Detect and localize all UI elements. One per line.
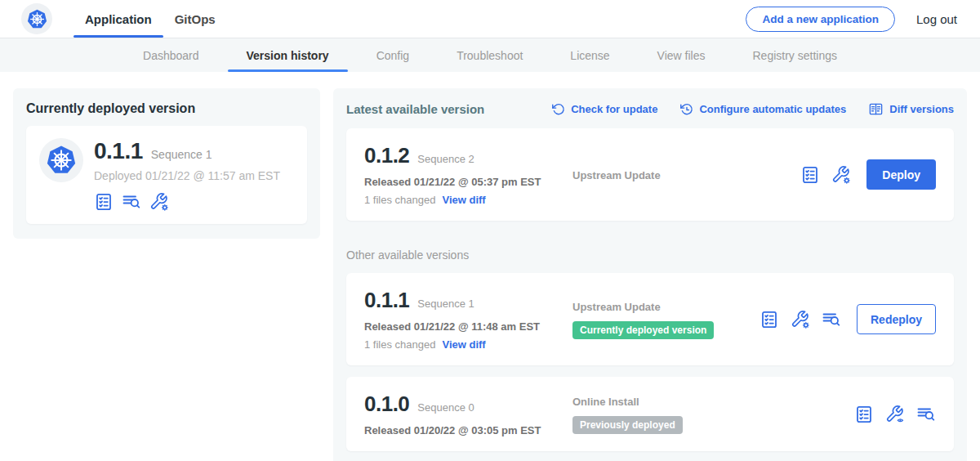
version-number: 0.1.1 [364,288,409,313]
deployment-status-badge: Previously deployed [572,416,683,434]
released-timestamp: Released 01/20/22 @ 03:05 pm EST [364,424,572,436]
config-icon[interactable] [831,165,851,185]
check-for-update-link[interactable]: Check for update [551,102,657,116]
redeploy-button[interactable]: Redeploy [857,304,936,334]
diff-versions-link[interactable]: Diff versions [868,101,954,117]
released-timestamp: Released 01/21/22 @ 11:48 am EST [364,320,572,333]
subnav-tab-version-history[interactable]: Version history [223,38,353,72]
currently-deployed-panel: Currently deployed version 0.1.1 Sequenc… [13,88,320,239]
config-icon[interactable] [149,192,169,212]
configure-automatic-updates-link[interactable]: Configure automatic updates [679,102,846,116]
kubernetes-logo-icon [45,144,78,177]
app-avatar [21,3,52,34]
app-logo [39,138,83,182]
version-number: 0.1.2 [364,143,409,168]
deployed-version-number: 0.1.1 [94,138,143,164]
diff-versions-label: Diff versions [889,103,954,115]
diff-icon [868,101,884,117]
version-card-0-1-2: 0.1.2 Sequence 2 Released 01/21/22 @ 05:… [346,128,954,221]
preflight-checks-icon[interactable] [760,310,779,329]
release-notes-icon[interactable] [916,405,936,424]
app-subnav: Dashboard Version history Config Trouble… [0,38,980,72]
tab-gitops[interactable]: GitOps [163,0,227,38]
subnav-tab-license[interactable]: License [546,38,633,72]
sequence-label: Sequence 2 [417,153,474,165]
other-versions-title: Other available versions [346,248,954,262]
view-diff-link[interactable]: View diff [442,194,485,206]
config-view-icon[interactable] [885,405,905,424]
source-label: Upstream Update [572,169,661,181]
view-diff-link[interactable]: View diff [442,338,485,351]
currently-deployed-title: Currently deployed version [26,101,307,116]
subnav-tab-config[interactable]: Config [353,38,433,72]
tab-application[interactable]: Application [74,0,163,38]
subnav-tab-troubleshoot[interactable]: Troubleshoot [433,38,546,72]
kubernetes-logo-icon [26,8,48,30]
subnav-tab-registry-settings[interactable]: Registry settings [729,38,861,72]
deployed-sequence-label: Sequence 1 [151,148,212,161]
deployed-version-card: 0.1.1 Sequence 1 Deployed 01/21/22 @ 11:… [26,126,307,224]
latest-available-title: Latest available version [346,102,484,116]
subnav-tab-view-files[interactable]: View files [634,38,729,72]
version-number: 0.1.0 [364,392,409,417]
release-notes-icon[interactable] [822,310,841,329]
deploy-button[interactable]: Deploy [866,159,936,190]
subnav-tab-dashboard[interactable]: Dashboard [119,38,223,72]
preflight-checks-icon[interactable] [800,165,820,185]
version-card-0-1-1: 0.1.1 Sequence 1 Released 01/21/22 @ 11:… [346,273,954,365]
deployment-status-badge: Currently deployed version [572,321,714,339]
auto-update-icon [679,102,693,116]
version-card-0-1-0: 0.1.0 Sequence 0 Released 01/20/22 @ 03:… [346,377,954,451]
top-header: Application GitOps Add a new application… [0,0,980,38]
sequence-label: Sequence 1 [417,298,474,310]
source-label: Online Install [572,396,639,408]
refresh-icon [551,102,565,116]
logout-button[interactable]: Log out [916,12,957,26]
check-for-update-label: Check for update [571,103,657,115]
config-icon[interactable] [791,310,810,329]
preflight-checks-icon[interactable] [854,405,874,424]
deployed-timestamp: Deployed 01/21/22 @ 11:57 am EST [94,169,280,182]
sequence-label: Sequence 0 [417,401,474,414]
preflight-checks-icon[interactable] [94,192,114,212]
files-changed-label: 1 files changed [364,194,435,206]
release-notes-icon[interactable] [122,192,141,212]
configure-automatic-updates-label: Configure automatic updates [699,103,846,115]
add-application-button[interactable]: Add a new application [746,7,895,32]
source-label: Upstream Update [572,301,661,313]
latest-available-panel: Latest available version Check for updat… [333,88,967,461]
files-changed-label: 1 files changed [364,338,435,351]
released-timestamp: Released 01/21/22 @ 05:37 pm EST [364,176,572,188]
